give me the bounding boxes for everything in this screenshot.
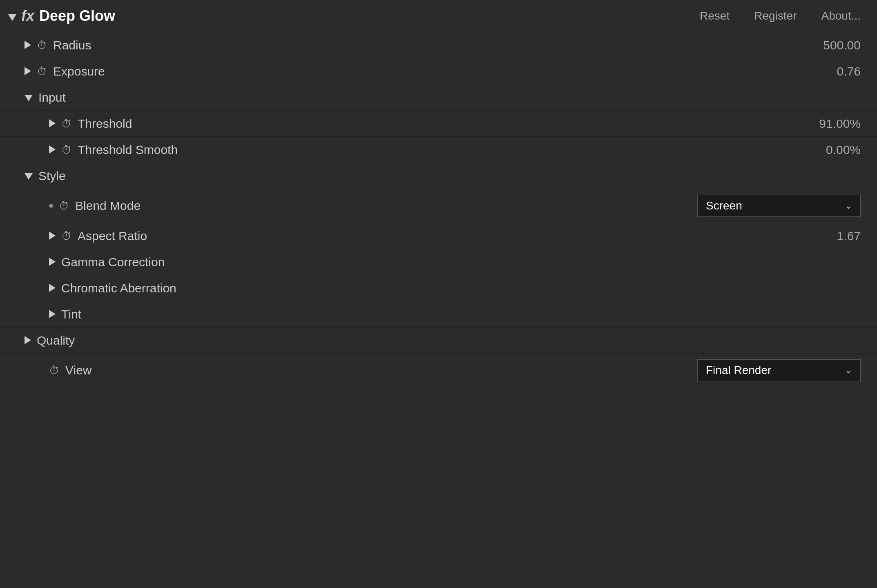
blend-mode-dot-icon — [49, 204, 53, 208]
aspect-ratio-row: ⏱ Aspect Ratio 1.67 — [0, 223, 877, 249]
chromatic-aberration-left: Chromatic Aberration — [49, 281, 176, 295]
aspect-ratio-stopwatch-icon[interactable]: ⏱ — [61, 231, 72, 241]
tint-left: Tint — [49, 307, 81, 321]
input-arrow-icon — [25, 95, 33, 101]
quality-expand-toggle[interactable] — [25, 334, 31, 347]
view-label: View — [65, 363, 91, 377]
blend-mode-dropdown-container: Screen ⌄ — [697, 195, 861, 217]
effect-title-group: fx Deep Glow — [8, 7, 115, 24]
gamma-correction-left: Gamma Correction — [49, 255, 165, 269]
chromatic-aberration-row: Chromatic Aberration — [0, 275, 877, 301]
view-stopwatch-icon[interactable]: ⏱ — [49, 365, 60, 376]
fx-label: fx — [21, 7, 34, 24]
threshold-smooth-expand-toggle[interactable] — [49, 143, 56, 156]
view-dropdown-container: Final Render ⌄ — [697, 359, 861, 381]
gamma-correction-expand-toggle[interactable] — [49, 256, 56, 269]
about-button[interactable]: About... — [821, 9, 861, 22]
view-chevron-icon: ⌄ — [845, 365, 852, 376]
style-expand-toggle[interactable] — [25, 169, 33, 183]
gamma-correction-row: Gamma Correction — [0, 249, 877, 275]
header-actions: Reset Register About... — [700, 9, 861, 22]
chromatic-aberration-arrow-icon — [49, 284, 56, 292]
threshold-smooth-left: ⏱ Threshold Smooth — [49, 143, 178, 157]
input-section-label: Input — [38, 91, 66, 105]
radius-expand-toggle[interactable] — [25, 39, 31, 52]
radius-left: ⏱ Radius — [25, 38, 91, 52]
chromatic-aberration-label: Chromatic Aberration — [61, 281, 176, 295]
threshold-smooth-stopwatch-icon[interactable]: ⏱ — [61, 145, 72, 155]
gamma-correction-arrow-icon — [49, 258, 56, 266]
style-section-label: Style — [38, 169, 66, 183]
blend-mode-row: ⏱ Blend Mode Screen ⌄ — [0, 189, 877, 223]
tint-arrow-icon — [49, 310, 56, 318]
threshold-expand-toggle[interactable] — [49, 117, 56, 130]
view-row: ⏱ View Final Render ⌄ — [0, 354, 877, 388]
input-expand-toggle[interactable] — [25, 91, 33, 104]
aspect-ratio-left: ⏱ Aspect Ratio — [49, 229, 147, 243]
aspect-ratio-value[interactable]: 1.67 — [837, 229, 861, 243]
aspect-ratio-arrow-icon — [49, 232, 56, 240]
threshold-row: ⏱ Threshold 91.00% — [0, 111, 877, 137]
threshold-left: ⏱ Threshold — [49, 117, 132, 131]
tint-label: Tint — [61, 307, 81, 321]
view-dropdown[interactable]: Final Render ⌄ — [697, 359, 861, 381]
tint-expand-toggle[interactable] — [49, 308, 56, 321]
radius-row: ⏱ Radius 500.00 — [0, 32, 877, 58]
tint-row: Tint — [0, 301, 877, 327]
view-value: Final Render — [706, 364, 771, 377]
reset-button[interactable]: Reset — [700, 9, 730, 22]
blend-mode-left: ⏱ Blend Mode — [49, 199, 141, 213]
quality-section-header: Quality — [0, 327, 877, 354]
threshold-value[interactable]: 91.00% — [819, 117, 861, 131]
threshold-arrow-icon — [49, 119, 56, 127]
input-section-header: Input — [0, 85, 877, 111]
blend-mode-dropdown[interactable]: Screen ⌄ — [697, 195, 861, 217]
threshold-stopwatch-icon[interactable]: ⏱ — [61, 118, 72, 129]
effect-title: Deep Glow — [39, 7, 115, 24]
style-arrow-icon — [25, 173, 33, 180]
aspect-ratio-expand-toggle[interactable] — [49, 229, 56, 243]
exposure-arrow-icon — [25, 67, 31, 75]
expand-toggle[interactable] — [8, 7, 16, 24]
exposure-stopwatch-icon[interactable]: ⏱ — [37, 66, 47, 77]
gamma-correction-label: Gamma Correction — [61, 255, 165, 269]
quality-arrow-icon — [25, 336, 31, 344]
radius-value[interactable]: 500.00 — [823, 38, 861, 52]
aspect-ratio-label: Aspect Ratio — [78, 229, 147, 243]
quality-section-label: Quality — [37, 334, 75, 347]
blend-mode-chevron-icon: ⌄ — [845, 200, 852, 211]
threshold-smooth-arrow-icon — [49, 145, 56, 154]
exposure-expand-toggle[interactable] — [25, 65, 31, 78]
expand-arrow-icon — [8, 14, 16, 21]
blend-mode-value: Screen — [706, 199, 742, 212]
exposure-left: ⏱ Exposure — [25, 65, 105, 78]
view-left: ⏱ View — [49, 363, 91, 377]
register-button[interactable]: Register — [754, 9, 797, 22]
radius-stopwatch-icon[interactable]: ⏱ — [37, 40, 47, 51]
deep-glow-panel: fx Deep Glow Reset Register About... ⏱ R… — [0, 0, 877, 388]
blend-mode-stopwatch-icon[interactable]: ⏱ — [59, 200, 69, 211]
threshold-smooth-row: ⏱ Threshold Smooth 0.00% — [0, 137, 877, 163]
style-section-header: Style — [0, 163, 877, 189]
threshold-smooth-value[interactable]: 0.00% — [826, 143, 861, 157]
exposure-label: Exposure — [53, 65, 105, 78]
exposure-row: ⏱ Exposure 0.76 — [0, 58, 877, 85]
threshold-smooth-label: Threshold Smooth — [78, 143, 178, 157]
effect-header: fx Deep Glow Reset Register About... — [0, 0, 877, 32]
blend-mode-label: Blend Mode — [75, 199, 141, 213]
threshold-label: Threshold — [78, 117, 132, 131]
radius-label: Radius — [53, 38, 91, 52]
radius-arrow-icon — [25, 41, 31, 49]
exposure-value[interactable]: 0.76 — [837, 65, 861, 78]
chromatic-aberration-expand-toggle[interactable] — [49, 282, 56, 295]
